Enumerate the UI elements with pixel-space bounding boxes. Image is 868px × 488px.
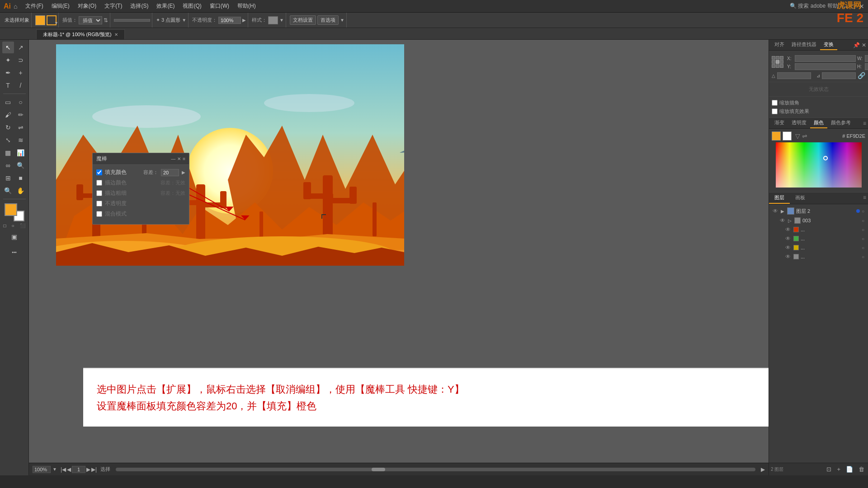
scroll-right-btn[interactable]: ▶ [761, 466, 765, 473]
interpolation-select[interactable]: 插值 [79, 16, 102, 24]
first-page-btn[interactable]: |◀ [61, 466, 66, 473]
fill-color-swatch[interactable] [35, 15, 45, 25]
layer-gray-visibility-icon[interactable]: 👁 [785, 253, 792, 260]
swap-colors-icon[interactable]: ⇌ [802, 132, 807, 140]
expand-icon[interactable]: ⇅ [104, 17, 108, 23]
layer-green-visibility-icon[interactable]: 👁 [785, 235, 792, 242]
menu-help[interactable]: 帮助(H) [234, 1, 259, 11]
eyedropper-tool[interactable]: 🔍 [15, 160, 27, 171]
layer-2-visibility-icon[interactable]: 👁 [773, 208, 779, 214]
transform-w-input[interactable] [865, 55, 868, 62]
rotate-tool[interactable]: ↻ [2, 122, 14, 133]
column-graph-tool[interactable]: ▦ [2, 147, 14, 159]
select-tool[interactable]: ↖ [2, 42, 14, 53]
more-transform-icon[interactable]: 🔗 [858, 72, 865, 79]
color-none-icon[interactable]: ▽ [795, 132, 800, 140]
menu-window[interactable]: 窗口(W) [206, 1, 233, 11]
tab-gradient[interactable]: 渐变 [771, 118, 788, 128]
scale-tool[interactable]: ⤡ [2, 134, 14, 146]
line-tool[interactable]: / [15, 80, 27, 91]
layer-green-lock-icon[interactable]: ○ [862, 236, 864, 241]
hand-tool[interactable]: ✋ [15, 185, 27, 197]
tab-color[interactable]: 颜色 [810, 118, 827, 128]
mesh-tool[interactable]: ⊞ [2, 172, 14, 184]
warp-tool[interactable]: ≋ [15, 134, 27, 146]
pencil-tool[interactable]: ✏ [15, 109, 27, 121]
more-tools-button[interactable]: ••• [9, 246, 20, 258]
color-panel-menu[interactable]: ≡ [863, 120, 866, 127]
pen-tool[interactable]: ✒ [2, 67, 14, 79]
layer-item-red[interactable]: 👁 ... ○ [771, 225, 866, 234]
zoom-tool-in[interactable]: 🔍 [2, 185, 14, 197]
scale-strokes-checkbox[interactable] [772, 100, 778, 106]
zoom-dropdown-icon[interactable]: ▼ [52, 467, 57, 472]
point-dropdown-icon[interactable]: ▼ [182, 18, 186, 23]
transform-rotate-input[interactable] [777, 72, 811, 79]
search-icon[interactable]: 🔍 搜索 adobe 帮助 [790, 2, 838, 10]
add-anchor-tool[interactable]: + [15, 67, 27, 79]
layer-item-gray[interactable]: 👁 ... ○ [771, 252, 866, 261]
layer-yellow-visibility-icon[interactable]: 👁 [785, 244, 792, 251]
layer-003-visibility-icon[interactable]: 👁 [780, 217, 786, 224]
transform-reference-grid[interactable] [772, 56, 783, 68]
rectangle-tool[interactable]: ▭ [2, 96, 14, 108]
transform-shear-input[interactable] [822, 72, 856, 79]
lasso-tool[interactable]: ⊃ [15, 54, 27, 66]
zoom-input[interactable] [33, 466, 51, 473]
panel-minimize-btn[interactable]: — [171, 156, 175, 161]
magic-wand-tool[interactable]: ✦ [2, 54, 14, 66]
menu-object[interactable]: 对象(O) [74, 1, 100, 11]
layer-item-green[interactable]: 👁 ... ○ [771, 234, 866, 243]
direct-select-tool[interactable]: ↗ [15, 42, 27, 53]
layer-2-expand-icon[interactable]: ▶ [781, 209, 785, 214]
page-number-input[interactable] [72, 466, 85, 473]
menu-file[interactable]: 文件(F) [22, 1, 47, 11]
layer-003-expand-icon[interactable]: ▷ [788, 218, 793, 223]
panel-pin-icon[interactable]: 📌 [853, 42, 860, 48]
preferences-button[interactable]: 首选项 [317, 15, 339, 25]
fill-mode-icon[interactable]: □ [3, 223, 6, 228]
layer-yellow-lock-icon[interactable]: ○ [862, 245, 864, 250]
style-preview[interactable] [268, 16, 278, 24]
canvas-scroll-area[interactable]: 选中图片点击【扩展】，鼠标右击选择【取消编组】，使用【魔棒工具 快捷键：Y】 设… [29, 40, 769, 463]
menu-text[interactable]: 文字(T) [101, 1, 126, 11]
layer-gray-lock-icon[interactable]: ○ [862, 254, 864, 259]
layer-item-003[interactable]: 👁 ▷ 003 ○ [771, 216, 866, 225]
artboard-tool[interactable]: ▣ [9, 231, 20, 243]
home-icon[interactable]: ⌂ [14, 3, 17, 10]
doc-settings-button[interactable]: 文档设置 [290, 15, 316, 25]
next-page-btn[interactable]: ▶ [86, 466, 90, 473]
horizontal-scrollbar[interactable] [116, 468, 755, 471]
fill-tolerance-input[interactable] [161, 169, 179, 176]
tab-pathfinder[interactable]: 路径查找器 [788, 40, 820, 50]
scroll-thumb[interactable] [372, 468, 385, 471]
stroke-color-swatch[interactable]: ▼ [47, 15, 57, 25]
tab-color-guide[interactable]: 颜色参考 [827, 118, 854, 128]
new-layer-btn[interactable]: 📄 [844, 465, 855, 474]
both-mode-icon[interactable]: ⬛ [20, 223, 25, 228]
fill-color-checkbox[interactable] [96, 169, 102, 175]
reflect-tool[interactable]: ⇌ [15, 122, 27, 133]
tab-align[interactable]: 对齐 [771, 40, 788, 50]
style-dropdown-icon[interactable]: ▼ [279, 18, 284, 23]
blend-checkbox[interactable] [96, 211, 102, 217]
tab-close-button[interactable]: ✕ [114, 32, 118, 37]
panel-close-btn[interactable]: ✕ [177, 156, 181, 161]
tab-transform[interactable]: 变换 [820, 40, 837, 50]
layer-item-2[interactable]: 👁 ▶ 图层 2 ○ [771, 206, 866, 216]
stroke-weight-checkbox[interactable] [96, 190, 102, 196]
layer-red-visibility-icon[interactable]: 👁 [785, 226, 792, 233]
opacity-input[interactable] [218, 17, 241, 24]
stroke-mode-icon[interactable]: ○ [12, 223, 14, 228]
background-swatch[interactable] [783, 131, 792, 141]
menu-effect[interactable]: 效果(E) [153, 1, 178, 11]
blend-tool[interactable]: ∞ [2, 160, 14, 171]
layer-item-yellow[interactable]: 👁 ... ○ [771, 243, 866, 252]
transform-h-input[interactable] [865, 63, 868, 70]
menu-select[interactable]: 选择(S) [127, 1, 152, 11]
minimize-icon[interactable]: — [842, 3, 848, 10]
prev-page-btn[interactable]: ◀ [67, 466, 71, 473]
close-icon[interactable]: ✕ [859, 3, 864, 10]
panel-close-right-icon[interactable]: ✕ [862, 42, 866, 48]
transform-y-input[interactable] [795, 63, 856, 70]
